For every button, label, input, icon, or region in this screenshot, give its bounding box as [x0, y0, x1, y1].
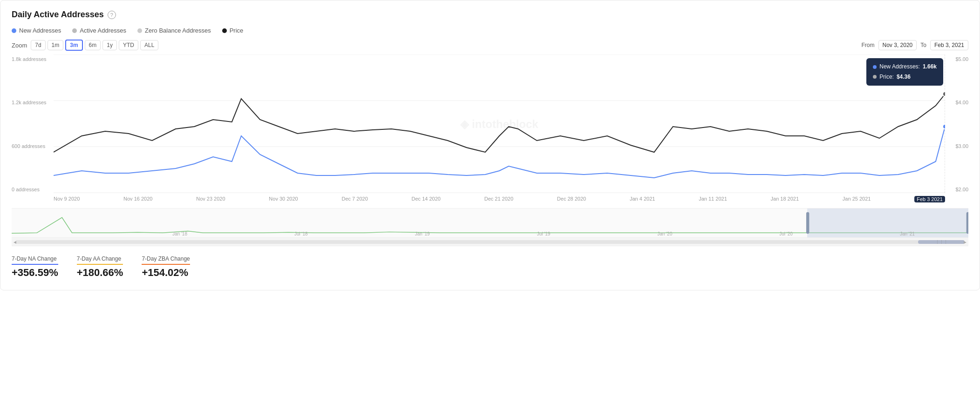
legend-dot-active-addresses [72, 28, 77, 33]
legend-item-price[interactable]: Price [222, 27, 244, 34]
y-right-label-1: $5.00 [949, 56, 968, 62]
mini-chart: Jan '18 Jul '18 Jan '19 Jul '19 Jan '20 … [12, 208, 968, 238]
mini-x-3: Jan '19 [415, 231, 430, 236]
y-right-label-4: $2.00 [949, 187, 968, 192]
y-label-1: 1.8k addresses [12, 56, 50, 62]
stat-zba-value: +154.02% [142, 267, 190, 279]
stat-zba-label: 7-Day ZBA Change [142, 256, 190, 265]
mini-x-2: Jul '18 [294, 231, 308, 236]
x-axis: Nov 9 2020 Nov 16 2020 Nov 23 2020 Nov 3… [12, 194, 968, 206]
zoom-1m[interactable]: 1m [48, 40, 64, 50]
main-chart-svg [54, 54, 945, 194]
legend-label-new-addresses: New Addresses [19, 27, 61, 34]
to-date[interactable]: Feb 3, 2021 [930, 40, 968, 50]
zoom-controls: Zoom 7d 1m 3m 6m 1y YTD ALL [12, 40, 158, 51]
scroll-right-arrow[interactable]: ▸ [964, 239, 966, 245]
stat-na-value: +356.59% [12, 267, 58, 279]
chart-canvas: ◈ intotheblock [54, 54, 945, 194]
tooltip-new-addresses: New Addresses: 1.66k [873, 62, 937, 72]
x-label-0: Nov 9 2020 [54, 196, 80, 202]
stat-aa-label: 7-Day AA Change [77, 256, 123, 265]
scrollbar-thumb[interactable]: ⋮⋮⋮ [918, 240, 965, 244]
mini-x-4: Jul '19 [537, 231, 551, 236]
daily-active-addresses-card: Daily Active Addresses ? New Addresses A… [0, 0, 980, 290]
x-label-10: Jan 18 2021 [771, 196, 799, 202]
x-label-8: Jan 4 2021 [630, 196, 655, 202]
mini-x-5: Jan '20 [657, 231, 672, 236]
x-label-11: Jan 25 2021 [843, 196, 871, 202]
scrollbar-area[interactable]: ⋮⋮⋮ ◂ ▸ [12, 238, 968, 246]
scrollbar-track: ⋮⋮⋮ [15, 240, 965, 244]
zoom-6m[interactable]: 6m [85, 40, 101, 50]
chart-controls: Zoom 7d 1m 3m 6m 1y YTD ALL From Nov 3, … [12, 40, 968, 51]
x-label-3: Nov 30 2020 [269, 196, 298, 202]
y-right-label-3: $3.00 [949, 143, 968, 149]
y-label-4: 0 addresses [12, 187, 50, 192]
y-label-2: 1.2k addresses [12, 100, 50, 105]
stat-zba-change: 7-Day ZBA Change +154.02% [142, 256, 190, 279]
svg-point-5 [943, 124, 945, 129]
chart-area: 1.8k addresses 1.2k addresses 600 addres… [12, 54, 968, 246]
legend-label-active-addresses: Active Addresses [80, 27, 126, 34]
card-title: Daily Active Addresses [12, 10, 104, 20]
zoom-1y[interactable]: 1y [102, 40, 117, 50]
x-label-1: Nov 16 2020 [123, 196, 152, 202]
x-label-5: Dec 14 2020 [412, 196, 441, 202]
legend-label-zero-balance: Zero Balance Addresses [145, 27, 211, 34]
zoom-7d[interactable]: 7d [31, 40, 45, 50]
tooltip-price-value: $4.36 [897, 72, 911, 82]
stat-aa-change: 7-Day AA Change +180.66% [77, 256, 123, 279]
svg-point-6 [943, 92, 945, 96]
tooltip-price-label: Price: [879, 72, 894, 82]
stat-na-change: 7-Day NA Change +356.59% [12, 256, 58, 279]
mini-x-7: Jan '21 [900, 231, 915, 236]
tooltip-price: Price: $4.36 [873, 72, 937, 82]
svg-rect-9 [966, 212, 968, 234]
zoom-all[interactable]: ALL [140, 40, 158, 50]
svg-rect-8 [806, 212, 809, 234]
legend-item-zero-balance[interactable]: Zero Balance Addresses [137, 27, 211, 34]
x-label-2: Nov 23 2020 [196, 196, 225, 202]
x-label-6: Dec 21 2020 [484, 196, 513, 202]
mini-x-labels: Jan '18 Jul '18 Jan '19 Jul '19 Jan '20 … [12, 231, 968, 236]
legend-dot-new-addresses [12, 28, 16, 33]
scroll-left-arrow[interactable]: ◂ [14, 239, 16, 245]
mini-x-6: Jul '20 [779, 231, 793, 236]
x-label-9: Jan 11 2021 [699, 196, 727, 202]
x-label-4: Dec 7 2020 [342, 196, 368, 202]
tooltip-new-value: 1.66k [923, 62, 937, 72]
stat-na-label: 7-Day NA Change [12, 256, 58, 265]
legend: New Addresses Active Addresses Zero Bala… [12, 27, 968, 34]
mini-x-1: Jan '18 [172, 231, 187, 236]
legend-dot-price [222, 28, 227, 33]
legend-label-price: Price [230, 27, 244, 34]
from-date[interactable]: Nov 3, 2020 [878, 40, 917, 50]
zoom-3m[interactable]: 3m [65, 40, 82, 51]
zoom-ytd[interactable]: YTD [119, 40, 138, 50]
tooltip-new-label: New Addresses: [879, 62, 920, 72]
y-axis-right: $5.00 $4.00 $3.00 $2.00 [945, 54, 968, 194]
y-axis-left: 1.8k addresses 1.2k addresses 600 addres… [12, 54, 54, 194]
tooltip-dot-new-addresses [873, 65, 877, 69]
scrollbar-handle-icon: ⋮⋮⋮ [935, 240, 948, 244]
x-label-7: Dec 28 2020 [557, 196, 586, 202]
help-icon[interactable]: ? [108, 11, 116, 19]
legend-dot-zero-balance [137, 28, 142, 33]
legend-item-active-addresses[interactable]: Active Addresses [72, 27, 126, 34]
stats-section: 7-Day NA Change +356.59% 7-Day AA Change… [12, 246, 968, 282]
from-label: From [862, 42, 875, 48]
chart-tooltip: New Addresses: 1.66k Price: $4.36 [866, 58, 943, 86]
zoom-label: Zoom [12, 42, 27, 49]
y-right-label-2: $4.00 [949, 100, 968, 105]
x-label-active: Feb 3 2021 [914, 196, 945, 202]
date-range: From Nov 3, 2020 To Feb 3, 2021 [862, 40, 968, 50]
to-label: To [920, 42, 926, 48]
stat-aa-value: +180.66% [77, 267, 123, 279]
card-header: Daily Active Addresses ? [12, 10, 968, 20]
tooltip-dot-price [873, 75, 877, 79]
y-label-3: 600 addresses [12, 143, 50, 149]
legend-item-new-addresses[interactable]: New Addresses [12, 27, 61, 34]
